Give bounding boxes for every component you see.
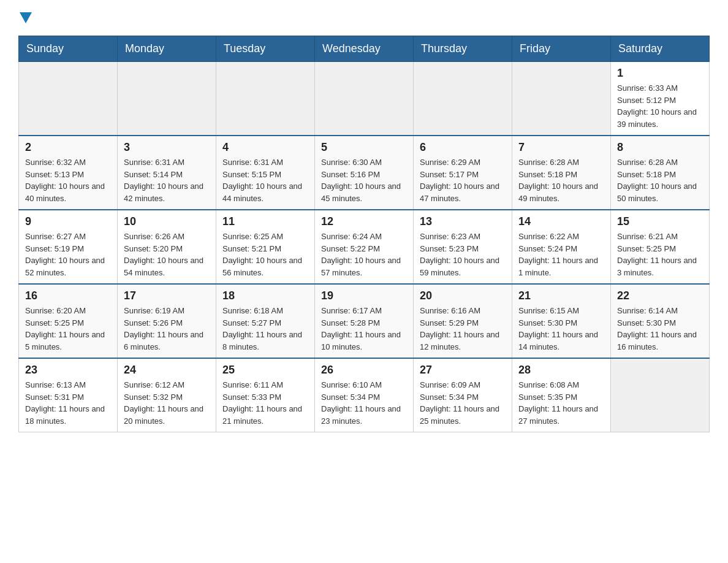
day-info: Sunrise: 6:17 AMSunset: 5:28 PMDaylight:… <box>321 305 407 353</box>
calendar-cell: 25Sunrise: 6:11 AMSunset: 5:33 PMDayligh… <box>216 358 315 432</box>
day-info: Sunrise: 6:22 AMSunset: 5:24 PMDaylight:… <box>518 231 604 278</box>
day-number: 10 <box>124 215 210 228</box>
calendar-table: SundayMondayTuesdayWednesdayThursdayFrid… <box>18 36 710 432</box>
day-number: 7 <box>518 141 604 154</box>
calendar-cell <box>19 62 118 136</box>
day-number: 8 <box>617 141 703 154</box>
day-info: Sunrise: 6:13 AMSunset: 5:31 PMDaylight:… <box>25 379 111 427</box>
page-header <box>18 12 710 23</box>
day-number: 20 <box>420 289 506 302</box>
calendar-cell <box>414 62 512 136</box>
calendar-cell <box>315 62 414 136</box>
calendar-cell: 9Sunrise: 6:27 AMSunset: 5:19 PMDaylight… <box>19 210 118 284</box>
day-number: 13 <box>420 215 506 228</box>
calendar-week-row: 9Sunrise: 6:27 AMSunset: 5:19 PMDaylight… <box>19 210 710 284</box>
day-number: 26 <box>321 364 407 377</box>
calendar-cell <box>512 62 611 136</box>
day-number: 22 <box>617 289 703 302</box>
day-info: Sunrise: 6:26 AMSunset: 5:20 PMDaylight:… <box>124 231 210 278</box>
logo-triangle-icon <box>20 12 32 23</box>
day-info: Sunrise: 6:25 AMSunset: 5:21 PMDaylight:… <box>222 231 308 278</box>
calendar-cell <box>216 62 315 136</box>
calendar-cell: 4Sunrise: 6:31 AMSunset: 5:15 PMDaylight… <box>216 136 315 210</box>
calendar-cell: 17Sunrise: 6:19 AMSunset: 5:26 PMDayligh… <box>118 284 216 358</box>
day-number: 21 <box>518 289 604 302</box>
day-number: 27 <box>420 364 506 377</box>
day-info: Sunrise: 6:24 AMSunset: 5:22 PMDaylight:… <box>321 231 407 278</box>
day-info: Sunrise: 6:31 AMSunset: 5:14 PMDaylight:… <box>124 156 210 204</box>
calendar-cell: 21Sunrise: 6:15 AMSunset: 5:30 PMDayligh… <box>512 284 611 358</box>
day-number: 1 <box>617 67 703 80</box>
day-number: 11 <box>222 215 308 228</box>
day-info: Sunrise: 6:28 AMSunset: 5:18 PMDaylight:… <box>617 156 703 204</box>
calendar-cell: 24Sunrise: 6:12 AMSunset: 5:32 PMDayligh… <box>118 358 216 432</box>
day-info: Sunrise: 6:29 AMSunset: 5:17 PMDaylight:… <box>420 156 506 204</box>
day-info: Sunrise: 6:15 AMSunset: 5:30 PMDaylight:… <box>518 305 604 353</box>
day-info: Sunrise: 6:19 AMSunset: 5:26 PMDaylight:… <box>124 305 210 353</box>
day-number: 18 <box>222 289 308 302</box>
day-info: Sunrise: 6:10 AMSunset: 5:34 PMDaylight:… <box>321 379 407 427</box>
day-number: 23 <box>25 364 111 377</box>
logo <box>18 12 33 23</box>
calendar-cell: 27Sunrise: 6:09 AMSunset: 5:34 PMDayligh… <box>414 358 512 432</box>
calendar-header-row: SundayMondayTuesdayWednesdayThursdayFrid… <box>19 36 710 62</box>
calendar-cell: 22Sunrise: 6:14 AMSunset: 5:30 PMDayligh… <box>611 284 710 358</box>
day-number: 3 <box>124 141 210 154</box>
calendar-cell: 8Sunrise: 6:28 AMSunset: 5:18 PMDaylight… <box>611 136 710 210</box>
day-number: 6 <box>420 141 506 154</box>
calendar-cell: 7Sunrise: 6:28 AMSunset: 5:18 PMDaylight… <box>512 136 611 210</box>
day-info: Sunrise: 6:14 AMSunset: 5:30 PMDaylight:… <box>617 305 703 353</box>
calendar-cell: 23Sunrise: 6:13 AMSunset: 5:31 PMDayligh… <box>19 358 118 432</box>
day-info: Sunrise: 6:09 AMSunset: 5:34 PMDaylight:… <box>420 379 506 427</box>
calendar-cell: 2Sunrise: 6:32 AMSunset: 5:13 PMDaylight… <box>19 136 118 210</box>
calendar-week-row: 1Sunrise: 6:33 AMSunset: 5:12 PMDaylight… <box>19 62 710 136</box>
day-info: Sunrise: 6:30 AMSunset: 5:16 PMDaylight:… <box>321 156 407 204</box>
day-info: Sunrise: 6:27 AMSunset: 5:19 PMDaylight:… <box>25 231 111 278</box>
day-info: Sunrise: 6:18 AMSunset: 5:27 PMDaylight:… <box>222 305 308 353</box>
day-number: 17 <box>124 289 210 302</box>
day-number: 24 <box>124 364 210 377</box>
day-number: 4 <box>222 141 308 154</box>
day-header-wednesday: Wednesday <box>315 36 414 62</box>
day-info: Sunrise: 6:28 AMSunset: 5:18 PMDaylight:… <box>518 156 604 204</box>
calendar-week-row: 23Sunrise: 6:13 AMSunset: 5:31 PMDayligh… <box>19 358 710 432</box>
day-number: 16 <box>25 289 111 302</box>
day-info: Sunrise: 6:31 AMSunset: 5:15 PMDaylight:… <box>222 156 308 204</box>
day-header-friday: Friday <box>512 36 611 62</box>
day-number: 14 <box>518 215 604 228</box>
calendar-week-row: 2Sunrise: 6:32 AMSunset: 5:13 PMDaylight… <box>19 136 710 210</box>
day-number: 9 <box>25 215 111 228</box>
calendar-cell: 11Sunrise: 6:25 AMSunset: 5:21 PMDayligh… <box>216 210 315 284</box>
day-header-tuesday: Tuesday <box>216 36 315 62</box>
day-header-sunday: Sunday <box>19 36 118 62</box>
day-info: Sunrise: 6:21 AMSunset: 5:25 PMDaylight:… <box>617 231 703 278</box>
day-info: Sunrise: 6:11 AMSunset: 5:33 PMDaylight:… <box>222 379 308 427</box>
day-number: 2 <box>25 141 111 154</box>
calendar-cell: 6Sunrise: 6:29 AMSunset: 5:17 PMDaylight… <box>414 136 512 210</box>
calendar-week-row: 16Sunrise: 6:20 AMSunset: 5:25 PMDayligh… <box>19 284 710 358</box>
day-info: Sunrise: 6:08 AMSunset: 5:35 PMDaylight:… <box>518 379 604 427</box>
calendar-cell: 13Sunrise: 6:23 AMSunset: 5:23 PMDayligh… <box>414 210 512 284</box>
day-header-saturday: Saturday <box>611 36 710 62</box>
calendar-cell: 15Sunrise: 6:21 AMSunset: 5:25 PMDayligh… <box>611 210 710 284</box>
calendar-cell: 3Sunrise: 6:31 AMSunset: 5:14 PMDaylight… <box>118 136 216 210</box>
calendar-cell: 12Sunrise: 6:24 AMSunset: 5:22 PMDayligh… <box>315 210 414 284</box>
calendar-cell <box>611 358 710 432</box>
calendar-cell: 5Sunrise: 6:30 AMSunset: 5:16 PMDaylight… <box>315 136 414 210</box>
calendar-cell: 14Sunrise: 6:22 AMSunset: 5:24 PMDayligh… <box>512 210 611 284</box>
calendar-cell <box>118 62 216 136</box>
day-header-monday: Monday <box>118 36 216 62</box>
calendar-cell: 19Sunrise: 6:17 AMSunset: 5:28 PMDayligh… <box>315 284 414 358</box>
calendar-cell: 16Sunrise: 6:20 AMSunset: 5:25 PMDayligh… <box>19 284 118 358</box>
calendar-cell: 1Sunrise: 6:33 AMSunset: 5:12 PMDaylight… <box>611 62 710 136</box>
day-info: Sunrise: 6:23 AMSunset: 5:23 PMDaylight:… <box>420 231 506 278</box>
day-info: Sunrise: 6:33 AMSunset: 5:12 PMDaylight:… <box>617 82 703 130</box>
day-number: 5 <box>321 141 407 154</box>
day-number: 12 <box>321 215 407 228</box>
day-info: Sunrise: 6:12 AMSunset: 5:32 PMDaylight:… <box>124 379 210 427</box>
calendar-cell: 26Sunrise: 6:10 AMSunset: 5:34 PMDayligh… <box>315 358 414 432</box>
calendar-cell: 18Sunrise: 6:18 AMSunset: 5:27 PMDayligh… <box>216 284 315 358</box>
calendar-cell: 10Sunrise: 6:26 AMSunset: 5:20 PMDayligh… <box>118 210 216 284</box>
day-header-thursday: Thursday <box>414 36 512 62</box>
calendar-cell: 28Sunrise: 6:08 AMSunset: 5:35 PMDayligh… <box>512 358 611 432</box>
